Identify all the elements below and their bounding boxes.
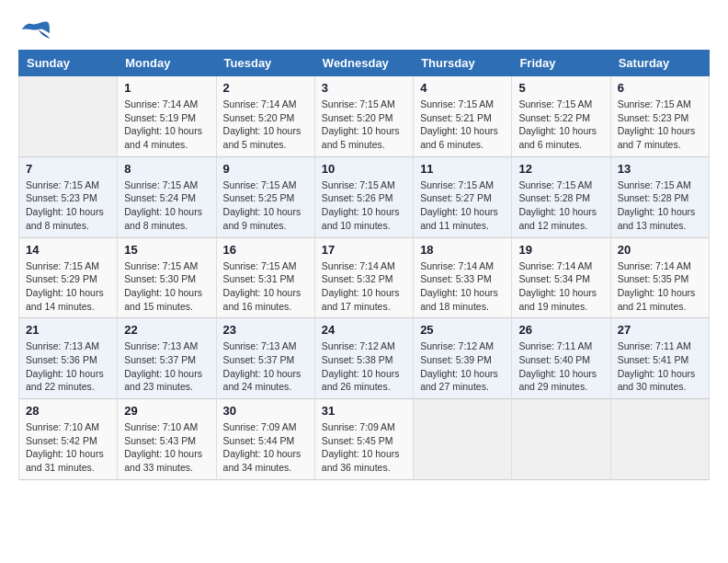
day-info: Sunrise: 7:15 AMSunset: 5:23 PMDaylight:… — [618, 98, 702, 152]
day-number: 2 — [223, 81, 308, 95]
calendar-week-row: 1Sunrise: 7:14 AMSunset: 5:19 PMDaylight… — [19, 76, 710, 157]
day-number: 19 — [518, 243, 603, 257]
weekday-header-monday: Monday — [118, 51, 216, 76]
day-info: Sunrise: 7:15 AMSunset: 5:24 PMDaylight:… — [124, 178, 209, 233]
calendar-cell: 23Sunrise: 7:13 AMSunset: 5:37 PMDayligh… — [216, 318, 314, 399]
day-number: 17 — [322, 243, 406, 257]
logo-bird-icon — [22, 18, 50, 40]
day-info: Sunrise: 7:15 AMSunset: 5:26 PMDaylight:… — [322, 178, 406, 233]
calendar-cell — [512, 399, 610, 480]
day-number: 21 — [26, 323, 110, 337]
day-number: 30 — [223, 404, 308, 418]
day-number: 29 — [124, 404, 209, 418]
calendar-cell: 4Sunrise: 7:15 AMSunset: 5:21 PMDaylight… — [414, 76, 512, 157]
calendar-cell: 16Sunrise: 7:15 AMSunset: 5:31 PMDayligh… — [216, 237, 314, 318]
day-number: 10 — [322, 162, 406, 176]
day-info: Sunrise: 7:15 AMSunset: 5:29 PMDaylight:… — [26, 259, 110, 314]
day-info: Sunrise: 7:13 AMSunset: 5:37 PMDaylight:… — [124, 339, 209, 394]
weekday-header-wednesday: Wednesday — [314, 51, 413, 76]
calendar-cell: 25Sunrise: 7:12 AMSunset: 5:39 PMDayligh… — [414, 318, 512, 399]
calendar-week-row: 14Sunrise: 7:15 AMSunset: 5:29 PMDayligh… — [19, 237, 710, 318]
day-number: 3 — [322, 81, 406, 95]
day-number: 14 — [26, 243, 110, 257]
calendar-cell: 21Sunrise: 7:13 AMSunset: 5:36 PMDayligh… — [19, 318, 118, 399]
day-info: Sunrise: 7:14 AMSunset: 5:33 PMDaylight:… — [420, 259, 505, 314]
calendar-cell: 29Sunrise: 7:10 AMSunset: 5:43 PMDayligh… — [118, 399, 216, 480]
calendar-cell: 14Sunrise: 7:15 AMSunset: 5:29 PMDayligh… — [19, 237, 118, 318]
day-info: Sunrise: 7:15 AMSunset: 5:22 PMDaylight:… — [518, 98, 603, 152]
day-info: Sunrise: 7:10 AMSunset: 5:42 PMDaylight:… — [26, 420, 110, 475]
weekday-header-thursday: Thursday — [414, 51, 512, 76]
day-number: 31 — [322, 404, 406, 418]
calendar-cell: 22Sunrise: 7:13 AMSunset: 5:37 PMDayligh… — [118, 318, 216, 399]
day-number: 24 — [322, 323, 406, 337]
calendar-cell: 20Sunrise: 7:14 AMSunset: 5:35 PMDayligh… — [610, 237, 709, 318]
calendar-cell: 13Sunrise: 7:15 AMSunset: 5:28 PMDayligh… — [610, 156, 709, 237]
day-info: Sunrise: 7:15 AMSunset: 5:30 PMDaylight:… — [124, 259, 209, 314]
day-info: Sunrise: 7:14 AMSunset: 5:19 PMDaylight:… — [124, 98, 209, 152]
day-info: Sunrise: 7:10 AMSunset: 5:43 PMDaylight:… — [124, 420, 209, 475]
day-number: 27 — [618, 323, 702, 337]
day-info: Sunrise: 7:11 AMSunset: 5:40 PMDaylight:… — [518, 339, 603, 394]
day-number: 4 — [420, 81, 505, 95]
calendar-cell: 26Sunrise: 7:11 AMSunset: 5:40 PMDayligh… — [512, 318, 610, 399]
day-number: 18 — [420, 243, 505, 257]
day-info: Sunrise: 7:15 AMSunset: 5:23 PMDaylight:… — [26, 178, 110, 233]
day-number: 7 — [26, 162, 110, 176]
calendar-cell: 27Sunrise: 7:11 AMSunset: 5:41 PMDayligh… — [610, 318, 709, 399]
day-number: 12 — [518, 162, 603, 176]
day-info: Sunrise: 7:15 AMSunset: 5:28 PMDaylight:… — [518, 178, 603, 233]
day-number: 9 — [223, 162, 308, 176]
weekday-header-saturday: Saturday — [610, 51, 709, 76]
calendar-cell: 5Sunrise: 7:15 AMSunset: 5:22 PMDaylight… — [512, 76, 610, 157]
weekday-header-sunday: Sunday — [19, 51, 118, 76]
day-number: 13 — [618, 162, 702, 176]
day-info: Sunrise: 7:15 AMSunset: 5:28 PMDaylight:… — [618, 178, 702, 233]
calendar-cell: 31Sunrise: 7:09 AMSunset: 5:45 PMDayligh… — [314, 399, 413, 480]
day-info: Sunrise: 7:13 AMSunset: 5:36 PMDaylight:… — [26, 339, 110, 394]
logo — [18, 18, 50, 40]
calendar-cell: 28Sunrise: 7:10 AMSunset: 5:42 PMDayligh… — [19, 399, 118, 480]
day-info: Sunrise: 7:15 AMSunset: 5:21 PMDaylight:… — [420, 98, 505, 152]
day-info: Sunrise: 7:13 AMSunset: 5:37 PMDaylight:… — [223, 339, 308, 394]
weekday-header-tuesday: Tuesday — [216, 51, 314, 76]
day-number: 8 — [124, 162, 209, 176]
day-info: Sunrise: 7:12 AMSunset: 5:39 PMDaylight:… — [420, 339, 505, 394]
day-number: 1 — [124, 81, 209, 95]
calendar-cell: 8Sunrise: 7:15 AMSunset: 5:24 PMDaylight… — [118, 156, 216, 237]
calendar-week-row: 7Sunrise: 7:15 AMSunset: 5:23 PMDaylight… — [19, 156, 710, 237]
day-info: Sunrise: 7:11 AMSunset: 5:41 PMDaylight:… — [618, 339, 702, 394]
calendar-cell: 30Sunrise: 7:09 AMSunset: 5:44 PMDayligh… — [216, 399, 314, 480]
day-info: Sunrise: 7:15 AMSunset: 5:27 PMDaylight:… — [420, 178, 505, 233]
calendar-cell: 18Sunrise: 7:14 AMSunset: 5:33 PMDayligh… — [414, 237, 512, 318]
calendar-week-row: 21Sunrise: 7:13 AMSunset: 5:36 PMDayligh… — [19, 318, 710, 399]
calendar-cell: 3Sunrise: 7:15 AMSunset: 5:20 PMDaylight… — [314, 76, 413, 157]
calendar-cell: 2Sunrise: 7:14 AMSunset: 5:20 PMDaylight… — [216, 76, 314, 157]
day-number: 11 — [420, 162, 505, 176]
day-info: Sunrise: 7:14 AMSunset: 5:34 PMDaylight:… — [518, 259, 603, 314]
day-number: 25 — [420, 323, 505, 337]
day-number: 23 — [223, 323, 308, 337]
calendar-cell: 10Sunrise: 7:15 AMSunset: 5:26 PMDayligh… — [314, 156, 413, 237]
day-info: Sunrise: 7:09 AMSunset: 5:44 PMDaylight:… — [223, 420, 308, 475]
calendar-header-row: SundayMondayTuesdayWednesdayThursdayFrid… — [19, 51, 710, 76]
day-number: 5 — [518, 81, 603, 95]
calendar-cell — [414, 399, 512, 480]
calendar-cell: 19Sunrise: 7:14 AMSunset: 5:34 PMDayligh… — [512, 237, 610, 318]
calendar-table: SundayMondayTuesdayWednesdayThursdayFrid… — [18, 50, 710, 480]
calendar-week-row: 28Sunrise: 7:10 AMSunset: 5:42 PMDayligh… — [19, 399, 710, 480]
day-info: Sunrise: 7:15 AMSunset: 5:25 PMDaylight:… — [223, 178, 308, 233]
calendar-cell: 7Sunrise: 7:15 AMSunset: 5:23 PMDaylight… — [19, 156, 118, 237]
calendar-cell: 15Sunrise: 7:15 AMSunset: 5:30 PMDayligh… — [118, 237, 216, 318]
day-number: 6 — [618, 81, 702, 95]
day-info: Sunrise: 7:14 AMSunset: 5:20 PMDaylight:… — [223, 98, 308, 152]
day-number: 15 — [124, 243, 209, 257]
calendar-cell: 11Sunrise: 7:15 AMSunset: 5:27 PMDayligh… — [414, 156, 512, 237]
calendar-cell — [610, 399, 709, 480]
page-header — [18, 18, 710, 40]
day-number: 26 — [518, 323, 603, 337]
day-info: Sunrise: 7:14 AMSunset: 5:32 PMDaylight:… — [322, 259, 406, 314]
calendar-cell: 24Sunrise: 7:12 AMSunset: 5:38 PMDayligh… — [314, 318, 413, 399]
calendar-cell — [19, 76, 118, 157]
calendar-cell: 12Sunrise: 7:15 AMSunset: 5:28 PMDayligh… — [512, 156, 610, 237]
